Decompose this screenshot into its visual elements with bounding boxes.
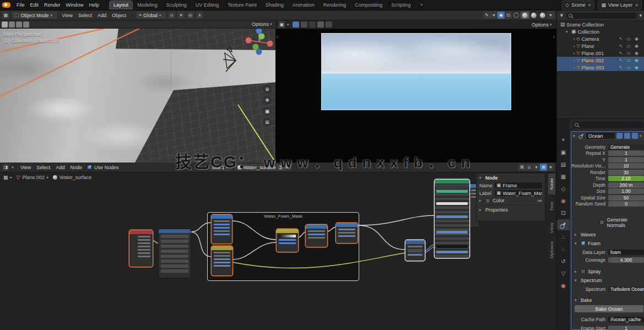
sidebar-toggle-icon[interactable]: ▾ (547, 164, 554, 171)
sidebar-tab[interactable]: View (548, 218, 555, 239)
slot-dropdown[interactable]: Slot 1 ▾ (209, 164, 232, 171)
tab-output[interactable]: ▤ (557, 159, 570, 170)
property-value-field[interactable]: 1 (608, 150, 644, 156)
material-users-button[interactable]: 2 (278, 165, 284, 170)
outliner-row[interactable]: • ▽ Plane.003 ↖ ▭ ◉ (557, 64, 644, 71)
viewport-hide-toggle-icon[interactable]: ▭ (626, 58, 631, 63)
image-pin-icon[interactable] (326, 21, 332, 28)
distribution-dropdown[interactable] (436, 186, 468, 188)
node-color-checkbox[interactable] (485, 198, 490, 203)
select-mode-intersect-button[interactable] (23, 21, 29, 28)
overlays-node-toggle[interactable]: ⊞ (540, 164, 547, 171)
foam-checkbox[interactable] (581, 241, 586, 246)
view-layer-unlink-icon[interactable]: ✕ (635, 3, 638, 8)
viewport-menu-item[interactable]: Select (75, 13, 95, 18)
topbar-menu-item[interactable]: File (14, 2, 28, 8)
modifier-extras-icon[interactable]: ▾ (640, 134, 643, 138)
property-value-field[interactable]: 30 (608, 170, 644, 175)
node-menu-item[interactable]: View (18, 165, 34, 170)
expand-icon[interactable]: ▸ (479, 198, 483, 203)
tab-constraints[interactable]: ↺ (557, 256, 570, 267)
frame-start-field[interactable]: 1 (608, 326, 644, 330)
snap-settings-button[interactable]: ▾ (177, 12, 185, 19)
realtime-display-toggle[interactable] (624, 133, 630, 139)
topbar-menu-item[interactable]: Window (63, 2, 86, 8)
selectable-toggle-icon[interactable]: ↖ (619, 44, 623, 48)
edit-mode-display-toggle[interactable] (616, 133, 623, 139)
workspace-tab[interactable]: Modeling (133, 1, 161, 9)
gizmo-y-axis[interactable] (259, 34, 265, 40)
outliner-row[interactable]: • ▽ Plane.001 ↖ ▭ ◉ (557, 50, 644, 57)
render-toggle-icon[interactable]: ◉ (635, 58, 638, 63)
collapse-icon[interactable]: ▾ (479, 176, 483, 180)
editor-type-button[interactable]: ▦ (2, 12, 9, 19)
viewport-menu-item[interactable]: Add (95, 13, 109, 18)
use-nodes-checkbox[interactable] (87, 165, 92, 170)
tool-options-dropdown[interactable]: Options ▾ (252, 21, 274, 27)
render-result-icon[interactable] (293, 21, 299, 28)
mode-dropdown[interactable]: ⬚ Object Mode ▾ (12, 12, 57, 19)
sidebar-tab[interactable]: Tool (548, 196, 555, 217)
gizmo-x-neg-axis[interactable] (246, 37, 252, 44)
viewport-hide-toggle-icon[interactable]: ▭ (626, 65, 631, 70)
selectable-toggle-icon[interactable]: ↖ (619, 51, 623, 56)
tab-render[interactable]: ▣ (557, 147, 570, 158)
image-editor-type-button[interactable]: ▣ (278, 21, 285, 28)
data-layer-field[interactable]: foam (608, 250, 644, 255)
shader-node-editor[interactable]: ◨ ▾ ViewSelectAddNode Use Nodes Slot 1 ▾… (0, 163, 556, 330)
texture-node-a[interactable] (212, 215, 232, 244)
camera-object[interactable] (223, 47, 236, 72)
render-toggle-icon[interactable]: ◉ (635, 44, 638, 48)
gizmo-x-axis[interactable] (267, 41, 273, 47)
tab-object-data[interactable]: ▽ (557, 268, 570, 279)
transform-orientation-dropdown[interactable]: ⌖ Global ▾ (136, 12, 166, 19)
proportional-editing-button[interactable]: ◎ (187, 12, 194, 19)
image-editor[interactable]: ▣ ▾ Options ▾ ‹ › (275, 20, 556, 163)
add-workspace-button[interactable]: + (418, 2, 425, 8)
bake-section-header[interactable]: ▾Bake (571, 296, 644, 304)
outliner-row[interactable]: • ◇ Camera ↖ ▭ ◉ (557, 35, 644, 42)
tab-physics[interactable]: ◌ (557, 244, 570, 255)
topbar-menu-item[interactable]: Edit (28, 2, 42, 8)
node-menu-item[interactable]: Add (53, 165, 67, 170)
outliner-row[interactable]: • ▽ Plane ↖ ▭ ◉ (557, 42, 644, 50)
select-mode-subtract-button[interactable] (16, 21, 22, 28)
waves-section-header[interactable]: ▸Waves (571, 231, 644, 238)
workspace-tab[interactable]: Scripting (387, 1, 414, 9)
view-layer-selector[interactable]: ▦ View Layer ✕ (598, 1, 642, 10)
workspace-tab[interactable]: Rendering (320, 1, 350, 9)
property-value-field[interactable]: 50 (608, 195, 644, 201)
emission-color-swatch[interactable] (436, 245, 468, 248)
sidebar-tab[interactable]: Options (548, 240, 555, 261)
material-unlink-icon[interactable]: ✕ (285, 165, 290, 170)
camera-view-icon[interactable]: ▣ (263, 107, 272, 116)
image-slot-icon[interactable] (301, 21, 307, 28)
node-menu-item[interactable]: Node (67, 165, 85, 170)
modifier-name-field[interactable]: Ocean (586, 133, 615, 139)
node-label-field[interactable]: ▣Water_Foam_Mask (495, 190, 542, 196)
converter-node[interactable] (336, 223, 358, 243)
navigation-gizmo[interactable] (246, 29, 273, 55)
image-options-dropdown[interactable]: Options ▾ (532, 22, 554, 28)
selectable-toggle-icon[interactable]: ↖ (619, 36, 623, 41)
render-toggle-icon[interactable]: ◉ (635, 36, 638, 41)
bump-node[interactable] (405, 240, 425, 261)
annotate-icon[interactable]: ✎ (483, 12, 490, 19)
node-name-field[interactable]: ▣Frame (495, 182, 542, 188)
viewport-menu-item[interactable]: Object (109, 13, 129, 18)
snap-toggle-button[interactable]: ∪ (168, 12, 175, 19)
cache-path-field[interactable]: //ocean_cache (608, 317, 644, 322)
viewport-scene[interactable]: User Perspective (1) Collection | Plane.… (0, 29, 275, 163)
mapping-node[interactable] (159, 229, 191, 278)
spectrum-section-header[interactable]: ▾Spectrum (571, 277, 644, 284)
property-value-field[interactable]: 1 (608, 157, 644, 163)
property-value-field[interactable]: 0 (608, 201, 644, 207)
gizmo-z-axis[interactable] (256, 29, 262, 34)
outliner-row-scene-collection[interactable]: ▤ Scene Collection (557, 21, 644, 28)
modifier-header[interactable]: ▾ Ocean ▾ (571, 132, 644, 140)
gizmo-dropdown-icon[interactable]: ▾ (490, 12, 497, 19)
viewport-menu-item[interactable]: View (59, 13, 75, 18)
property-value-field[interactable]: 1.00 (608, 188, 644, 194)
node-editor-type-button[interactable]: ◨ (2, 164, 9, 171)
expand-icon[interactable]: ▾ (573, 134, 577, 138)
